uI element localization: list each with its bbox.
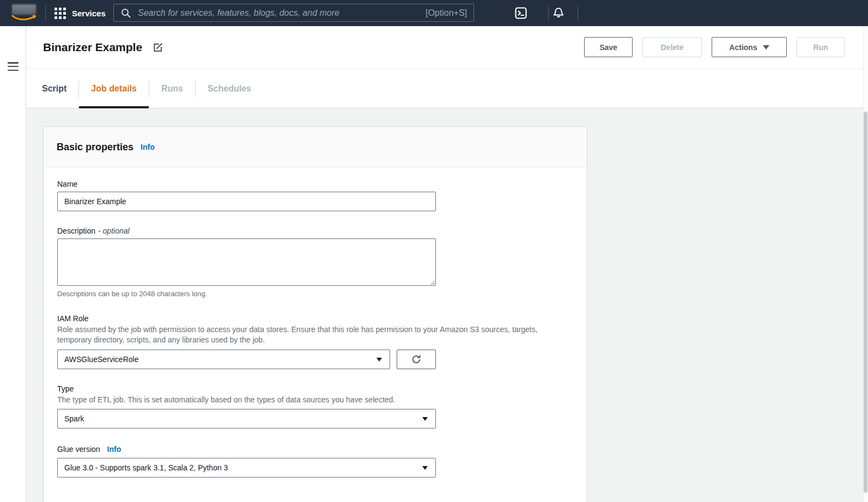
type-label: Type <box>57 384 573 393</box>
topbar-divider <box>548 5 549 21</box>
bell-icon <box>552 7 565 20</box>
actions-label: Actions <box>729 43 757 52</box>
cloudshell-terminal-icon <box>514 7 527 20</box>
open-side-menu-button[interactable] <box>8 62 19 71</box>
search-keyboard-shortcut: [Option+S] <box>426 8 467 18</box>
services-label: Services <box>72 9 106 18</box>
iam-role-label: IAM Role <box>57 314 573 323</box>
type-description: The type of ETL job. This is set automat… <box>57 395 548 405</box>
type-select[interactable]: Spark <box>57 409 436 428</box>
refresh-iam-roles-button[interactable] <box>397 350 436 369</box>
description-label-text: Description <box>57 226 95 235</box>
run-button[interactable]: Run <box>797 37 845 57</box>
delete-button[interactable]: Delete <box>642 37 702 57</box>
chevron-down-icon <box>422 466 428 470</box>
page-title: Binarizer Example <box>43 41 142 54</box>
services-menu-button[interactable]: Services <box>54 0 106 26</box>
edit-title-icon[interactable] <box>153 42 163 53</box>
description-optional-suffix: - optional <box>98 226 130 235</box>
vertical-scrollbar-thumb[interactable] <box>864 112 867 493</box>
aws-smile-icon <box>11 15 38 22</box>
iam-role-select[interactable]: AWSGlueServiceRole <box>57 350 390 369</box>
glue-version-selected-value: Glue 3.0 - Supports spark 3.1, Scala 2, … <box>64 463 228 472</box>
aws-top-navbar: Services [Option+S] <box>0 0 868 26</box>
name-input[interactable] <box>57 192 436 211</box>
collapsed-side-navigation <box>0 26 26 502</box>
glue-version-label-text: Glue version <box>57 445 100 454</box>
basic-properties-info-link[interactable]: Info <box>141 143 155 151</box>
topbar-divider <box>45 5 46 21</box>
aws-logo-blur <box>12 4 36 15</box>
tab-job-details[interactable]: Job details <box>79 69 149 108</box>
glue-version-info-link[interactable]: Info <box>107 445 122 454</box>
refresh-icon <box>411 354 421 364</box>
tab-job-details-label: Job details <box>91 84 137 94</box>
chevron-down-icon <box>377 358 382 362</box>
vertical-scrollbar-track[interactable] <box>863 26 868 502</box>
name-label: Name <box>57 180 573 188</box>
header-action-buttons: Save Delete Actions Run <box>584 37 845 57</box>
type-selected-value: Spark <box>64 414 84 423</box>
aws-logo[interactable] <box>11 4 38 22</box>
global-search-input[interactable] <box>137 8 426 19</box>
job-tabs: Script Job details Runs Schedules <box>27 69 868 108</box>
description-helper-text: Descriptions can be up to 2048 character… <box>57 290 573 298</box>
glue-version-select[interactable]: Glue 3.0 - Supports spark 3.1, Scala 2, … <box>57 458 436 477</box>
glue-version-label: Glue version Info <box>57 445 573 454</box>
job-details-content: Basic properties Info Name Description -… <box>27 108 868 502</box>
iam-role-selected-value: AWSGlueServiceRole <box>64 355 138 364</box>
tab-script[interactable]: Script <box>30 69 78 108</box>
job-header: Binarizer Example Save Delete Actions Ru… <box>27 26 868 69</box>
search-icon <box>120 8 131 19</box>
actions-dropdown-button[interactable]: Actions <box>712 37 787 57</box>
basic-properties-header: Basic properties Info <box>44 127 587 168</box>
tab-schedules[interactable]: Schedules <box>196 69 263 108</box>
chevron-down-icon <box>422 417 428 421</box>
iam-role-description: Role assumed by the job with permission … <box>57 325 548 345</box>
description-textarea[interactable] <box>57 238 436 286</box>
cloudshell-button[interactable] <box>514 7 527 20</box>
chevron-down-icon <box>763 45 769 50</box>
notifications-button[interactable] <box>552 7 565 20</box>
global-search-bar[interactable]: [Option+S] <box>113 4 474 22</box>
iam-role-row: AWSGlueServiceRole <box>57 350 573 369</box>
basic-properties-panel: Basic properties Info Name Description -… <box>43 126 587 502</box>
tab-runs[interactable]: Runs <box>149 69 195 108</box>
save-button[interactable]: Save <box>584 37 633 57</box>
panel-title: Basic properties <box>57 142 133 153</box>
description-label: Description - optional <box>57 226 573 235</box>
services-grid-icon <box>54 8 66 19</box>
basic-properties-body: Name Description - optional Descriptions… <box>44 180 587 477</box>
topbar-divider <box>578 5 578 21</box>
